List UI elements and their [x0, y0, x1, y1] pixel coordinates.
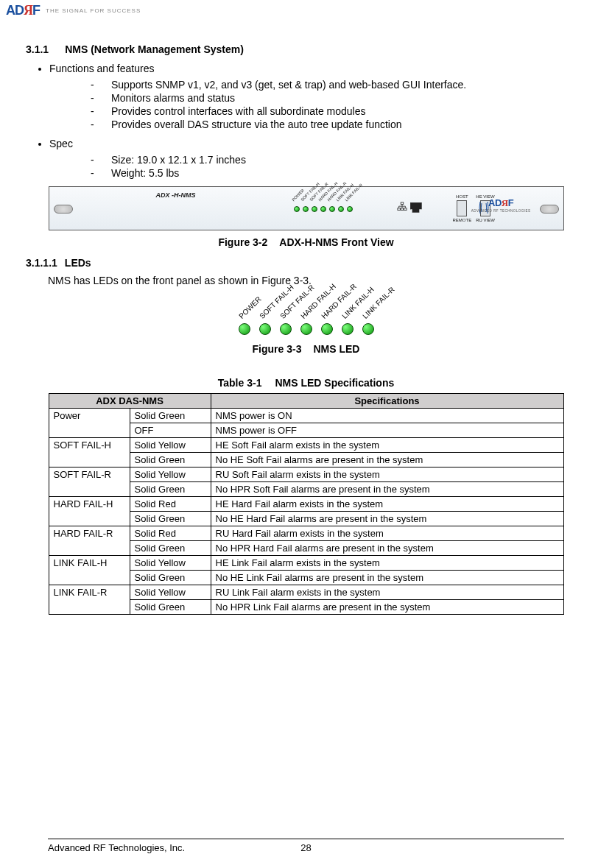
led-icon [239, 323, 250, 335]
led-state-cell: Solid Green [130, 409, 211, 423]
subsection-heading: 3.1.1.1LEDs [26, 257, 586, 269]
led-icon [338, 206, 344, 212]
led-desc-cell: No HPR Link Fail alarms are present in t… [211, 600, 563, 615]
led-desc-cell: RU Soft Fail alarm exists in the system [211, 467, 563, 482]
led-desc-cell: HE Hard Fail alarm exists in the system [211, 497, 563, 512]
list-item: Provides overall DAS structure via the a… [91, 119, 586, 130]
led-icon [329, 206, 335, 212]
panel-brand-logo: ADЯF ADVANCED RF TECHNOLOGIES [471, 197, 531, 213]
led-icon [300, 323, 312, 335]
port-icon [457, 200, 467, 216]
list-item: Weight: 5.5 lbs [91, 167, 586, 179]
led-name-cell: SOFT FAIL-H [49, 438, 130, 467]
list-item: Size: 19.0 x 12.1 x 1.7 inches [91, 154, 586, 166]
led-icon [259, 323, 271, 335]
table-row: LINK FAIL-HSolid YellowHE Link Fail alar… [49, 556, 563, 571]
list-item: Provides control interfaces with all sub… [91, 105, 586, 117]
led-spec-table: ADX DAS-NMS Specifications PowerSolid Gr… [49, 393, 564, 615]
led-icon [280, 323, 292, 335]
footer-company: Advanced RF Technologies, Inc. [48, 842, 185, 853]
led-icon [342, 323, 354, 335]
led-label: POWER [291, 199, 298, 206]
led-icon [362, 323, 374, 335]
svg-rect-2 [401, 208, 404, 211]
figure-caption: Figure 3-3NMS LED [26, 343, 586, 355]
led-state-cell: Solid Yellow [130, 556, 211, 571]
panel-model-label: ADX -H-NMS [156, 191, 196, 199]
body-text: NMS has LEDs on the front panel as shown… [48, 275, 586, 286]
ethernet-port-icon [410, 202, 422, 213]
led-state-cell: Solid Yellow [130, 467, 211, 482]
table-header: Specifications [211, 394, 563, 409]
led-state-cell: Solid Green [130, 482, 211, 497]
panel-brand-sub: ADVANCED RF TECHNOLOGIES [471, 209, 531, 213]
panel-ports [397, 202, 422, 213]
led-label: HARD FAIL-R [326, 199, 334, 206]
led-desc-cell: HE Link Fail alarm exists in the system [211, 556, 563, 571]
led-desc-cell: RU Hard Fail alarm exists in the system [211, 526, 563, 541]
led-desc-cell: No HE Soft Fail alarms are present in th… [211, 453, 563, 467]
bullet-functions: Functions and features [49, 63, 586, 74]
led-desc-cell: RU Link Fail alarm exists in the system [211, 585, 563, 600]
led-state-cell: Solid Red [130, 526, 211, 541]
svg-rect-0 [401, 202, 404, 205]
led-name-cell: LINK FAIL-H [49, 556, 130, 585]
led-name-cell: Power [49, 409, 130, 438]
svg-rect-1 [397, 208, 400, 211]
footer-page-number: 28 [300, 842, 311, 853]
functions-list: Supports SNMP v1, v2, and v3 (get, set &… [26, 79, 586, 130]
page-footer: Advanced RF Technologies, Inc. 28 [48, 839, 564, 853]
table-caption: Table 3-1NMS LED Specifications [26, 377, 586, 389]
led-state-cell: Solid Green [130, 541, 211, 556]
logo-text: Я [24, 3, 32, 18]
led-name-cell: SOFT FAIL-R [49, 467, 130, 497]
led-desc-cell: No HPR Hard Fail alarms are present in t… [211, 541, 563, 556]
led-desc-cell: No HE Link Fail alarms are present in th… [211, 571, 563, 585]
adrf-logo: ADЯF [6, 3, 40, 18]
led-label: POWER [237, 295, 262, 320]
led-label: LINK FAIL-H [335, 199, 342, 206]
table-row: LINK FAIL-RSolid YellowRU Link Fail alar… [49, 585, 563, 600]
logo-text: F [32, 3, 40, 18]
subsection-title: LEDs [65, 257, 91, 269]
bullet-spec: Spec [49, 138, 586, 149]
led-desc-cell: NMS power is ON [211, 409, 563, 423]
port-label: REMOTE [453, 218, 472, 222]
subsection-number: 3.1.1.1 [26, 257, 57, 269]
led-icon [303, 206, 309, 212]
led-desc-cell: HE Soft Fail alarm exists in the system [211, 438, 563, 453]
led-label: SOFT FAIL-H [300, 199, 307, 206]
led-state-cell: Solid Green [130, 600, 211, 615]
svg-rect-3 [404, 208, 407, 211]
mounting-hole-icon [54, 205, 73, 214]
led-state-cell: Solid Yellow [130, 438, 211, 453]
table-header: ADX DAS-NMS [49, 394, 211, 409]
port-label: HOST [456, 194, 468, 199]
header-logo: ADЯF THE SIGNAL FOR SUCCESS [0, 0, 612, 21]
network-icon [397, 202, 407, 213]
figure-front-panel: ADX -H-NMS POWER SOFT FAIL-H SOFT FAIL-R… [26, 186, 586, 248]
led-state-cell: Solid Green [130, 571, 211, 585]
led-desc-cell: NMS power is OFF [211, 423, 563, 438]
led-state-cell: OFF [130, 423, 211, 438]
logo-text: AD [6, 3, 24, 18]
table-row: SOFT FAIL-RSolid YellowRU Soft Fail alar… [49, 467, 563, 482]
figure-nms-led: POWER SOFT FAIL-H SOFT FAIL-R HARD FAIL-… [26, 294, 586, 355]
front-panel-diagram: ADX -H-NMS POWER SOFT FAIL-H SOFT FAIL-R… [49, 186, 564, 230]
table-row: HARD FAIL-RSolid RedRU Hard Fail alarm e… [49, 526, 563, 541]
nms-led-row: POWER SOFT FAIL-H SOFT FAIL-R HARD FAIL-… [239, 294, 374, 335]
panel-led-row: POWER SOFT FAIL-H SOFT FAIL-R HARD FAIL-… [294, 196, 353, 212]
section-heading: 3.1.1NMS (Network Management System) [26, 43, 586, 55]
list-item: Monitors alarms and status [91, 92, 586, 104]
led-state-cell: Solid Green [130, 512, 211, 526]
led-name-cell: LINK FAIL-R [49, 585, 130, 615]
led-state-cell: Solid Yellow [130, 585, 211, 600]
table-row: SOFT FAIL-HSolid YellowHE Soft Fail alar… [49, 438, 563, 453]
port-label: RU VIEW [476, 218, 495, 222]
spec-list: Size: 19.0 x 12.1 x 1.7 inches Weight: 5… [26, 154, 586, 179]
led-name-cell: HARD FAIL-R [49, 526, 130, 556]
led-state-cell: Solid Red [130, 497, 211, 512]
figure-caption: Figure 3-2ADX-H-NMS Front View [26, 236, 586, 248]
led-label: SOFT FAIL-R [309, 199, 316, 206]
led-icon [312, 206, 317, 212]
